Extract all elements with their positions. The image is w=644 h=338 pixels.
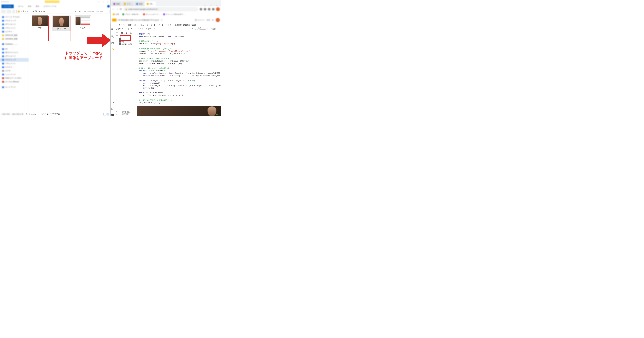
add-code-button[interactable]: ＋ コード <box>135 28 143 30</box>
menu-view[interactable]: 表示 <box>134 24 138 26</box>
file-label: 説明1 <box>82 27 86 29</box>
notebook-title[interactable]: 1章 類似画像を収集するための画像認識の手法.ipynb ☆ <box>118 19 162 21</box>
toc-icon[interactable]: ☰ <box>111 28 114 31</box>
file-tree[interactable]: .. img2 ▸sample_data <box>114 38 134 45</box>
close-icon[interactable]: ✕ <box>130 28 132 30</box>
nav-back-icon[interactable]: ← <box>112 7 115 11</box>
share-button[interactable]: 共有 <box>206 19 210 21</box>
nav-back-button[interactable] <box>1 10 6 13</box>
sync-check-icon: ✔ <box>55 28 57 30</box>
code-cell[interactable]: [ ] import cv2 from google.colab.patches… <box>134 31 221 116</box>
disk-avail: 84.72 GB が利用可能 <box>122 111 132 115</box>
file-item-img02[interactable]: ✔img02 <box>30 15 49 31</box>
code-icon[interactable]: <> <box>111 101 114 104</box>
status-item-count: 3 個の項目 1個の項目を選 <box>2 113 23 115</box>
explorer-content[interactable]: ✔img02 ✓ ✔ダウンロード ✔説明1 <box>29 14 111 112</box>
disk-usage: ディスク 84.72 GB が利用可能 <box>114 110 134 116</box>
path-box[interactable]: 執筆 › 20221220_誰でもモザイク ▾ <box>16 10 77 13</box>
file-item-explain[interactable]: ✔説明1 <box>74 15 92 31</box>
nav-reload-icon[interactable]: ⟳ <box>120 7 122 11</box>
path-dropdown-icon[interactable]: ▾ <box>75 11 76 12</box>
terminal-icon[interactable]: >_ <box>111 114 114 116</box>
sync-check-icon: ✔ <box>80 27 81 29</box>
browser-tab-active[interactable]: 1章… <box>145 1 156 6</box>
lock-icon: 🔒 <box>125 8 127 10</box>
menu-insert[interactable]: 挿入 <box>140 24 144 26</box>
search-icon[interactable]: 🔍 <box>111 35 114 38</box>
menu-runtime[interactable]: ランタイム <box>147 24 156 26</box>
edit-button[interactable]: ✎編集 <box>210 28 216 30</box>
window-controls[interactable]: — □ × <box>204 4 220 6</box>
chrome-url-bar[interactable]: ←→⟳ 🔒colab.research.google.com/drive/1x1… <box>111 6 221 12</box>
explorer-sidebar[interactable]: クイック アクセス デスクトップ ダウンロード ドキュメント ピクチャ 2022… <box>0 14 29 112</box>
comment-button[interactable]: 💬 コメント <box>195 19 204 21</box>
files-panel-title: ファイル <box>116 27 127 30</box>
blurred-ribbon: ファイルホーム共有表示ピクチャ ツール <box>0 3 111 9</box>
nav-fwd-icon[interactable]: → <box>116 7 118 11</box>
settings-icon[interactable]: ⚙ <box>212 19 214 21</box>
new-window-icon[interactable]: ⧉ <box>128 28 129 30</box>
last-edit-label: 最終編集: 2022年12月20日 <box>175 24 196 26</box>
refresh-button[interactable]: ↻ <box>78 10 82 13</box>
connected-check-icon: ✔ <box>192 28 193 30</box>
mount-drive-icon[interactable]: ▲🗀 <box>125 31 128 37</box>
search-box[interactable]: 🔍 20221220_誰でもモ... <box>83 10 110 13</box>
file-label: img02 <box>38 27 43 29</box>
status-floaters: ✕ <box>216 113 220 115</box>
browser-tab[interactable]: ドラ… <box>122 1 134 6</box>
file-label: ダウンロード <box>57 27 68 30</box>
colab-menu-bar[interactable]: ファイル 編集 表示 挿入 ランタイム ツール ヘルプ 最終編集: 2022年1… <box>111 23 221 27</box>
menu-tools[interactable]: ツール <box>158 24 163 26</box>
upload-icon[interactable]: ⬆🗎 <box>116 31 118 37</box>
files-icon[interactable]: 🗀 <box>111 48 114 51</box>
code-content[interactable]: import cv2 from google.colab.patches imp… <box>139 32 221 112</box>
refresh-icon[interactable]: 🗀 <box>121 31 123 37</box>
close-output-icon[interactable]: ✕ <box>219 113 220 115</box>
colab-header: 1章 類似画像を収集するための画像認識の手法.ipynb ☆ 💬 コメント 共有… <box>111 17 221 23</box>
menu-help[interactable]: ヘルプ <box>166 24 171 26</box>
colab-logo-icon[interactable] <box>112 18 116 21</box>
tree-updir[interactable]: .. <box>115 38 133 40</box>
status-size: 1.56 MB <box>29 113 36 115</box>
status-dot-icon <box>216 114 218 115</box>
thumbnail-doc <box>75 15 91 26</box>
view-details-icon[interactable] <box>103 113 106 115</box>
svg-marker-0 <box>87 33 111 48</box>
ram-disk-indicator[interactable]: RAMディスク <box>195 27 206 30</box>
sync-check-icon: ✔ <box>36 27 38 29</box>
menu-file[interactable]: ファイル <box>118 24 126 26</box>
annotation-text: ドラッグして「img2」 に画像をアップロード <box>65 51 104 60</box>
add-text-button[interactable]: ＋ テキスト <box>146 28 156 30</box>
ram-dropdown-icon[interactable]: ▾ <box>208 28 208 30</box>
browser-tab[interactable]: 検索 <box>112 1 122 6</box>
url-input[interactable]: 🔒colab.research.google.com/drive/1x1f… <box>124 7 198 11</box>
thumbnail-image <box>32 15 48 26</box>
blurred-titlebar: — □ × <box>0 0 111 3</box>
more-menu-icon[interactable]: ⋮ <box>218 28 220 30</box>
hidden-files-icon[interactable]: 👁̸ <box>130 31 132 37</box>
menu-edit[interactable]: 編集 <box>128 24 132 26</box>
cell-output-image <box>137 106 221 116</box>
cell-gutter[interactable]: [ ] <box>134 32 139 112</box>
nav-up-button[interactable] <box>12 10 15 13</box>
chrome-tab-strip[interactable]: 検索 ドラ… 新規 1章… — □ × <box>111 0 221 6</box>
thumbnail-image <box>54 16 69 27</box>
files-toolbar: ⬆🗎 🗀 ▲🗀 👁̸ <box>114 31 134 38</box>
bookmarks-bar[interactable]: 仕事 ブログ - kkfes-M… ダッシュボード… チャット | Micros… <box>111 12 221 17</box>
path-seg-2[interactable]: 20221220_誰でもモザイク <box>26 10 48 13</box>
tree-folder-img2[interactable]: img2 <box>115 40 133 43</box>
colab-avatar[interactable] <box>216 18 220 22</box>
view-thumbnails-icon[interactable] <box>106 113 109 115</box>
tree-folder-sample-data[interactable]: ▸sample_data <box>115 43 133 45</box>
colab-left-rail[interactable]: ☰ 🔍 {x} 🗀 <> ▤ >_ <box>111 27 114 116</box>
nav-fwd-button[interactable] <box>7 10 11 13</box>
notebook-toolbar: ＋ コード ＋ テキスト ✔ RAMディスク ▾ ✎編集 ⋮ <box>134 27 221 31</box>
browser-tab[interactable]: 新規 <box>134 1 144 6</box>
chrome-avatar[interactable] <box>216 7 220 11</box>
commands-icon[interactable]: ▤ <box>111 108 114 111</box>
explorer-address-bar: 執筆 › 20221220_誰でもモザイク ▾ ↻ 🔍 20221220_誰でも… <box>0 9 111 14</box>
notebook-main: ＋ コード ＋ テキスト ✔ RAMディスク ▾ ✎編集 ⋮ [ ] impor… <box>134 27 221 116</box>
file-item-download[interactable]: ✓ ✔ダウンロード <box>52 15 71 31</box>
vars-icon[interactable]: {x} <box>111 41 114 44</box>
path-seg-1[interactable]: 執筆 <box>21 10 24 13</box>
